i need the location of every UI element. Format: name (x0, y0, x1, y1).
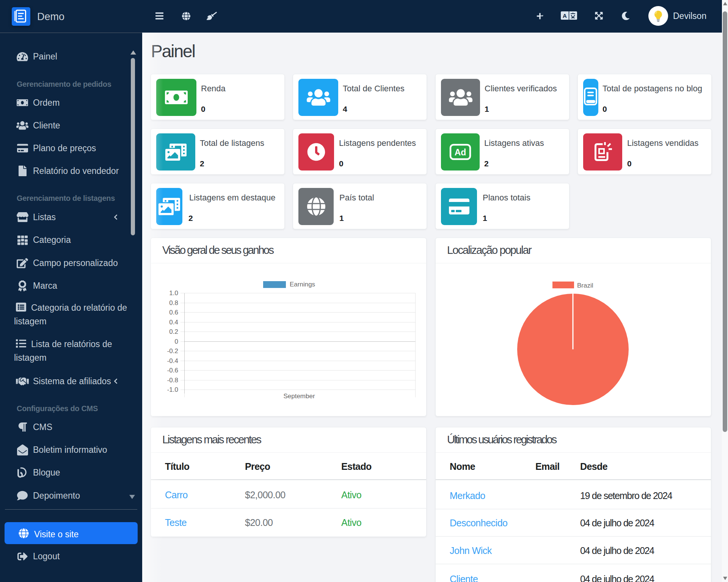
svg-text:-0.6: -0.6 (167, 367, 178, 374)
svg-text:-0.4: -0.4 (167, 357, 178, 365)
svg-text:0.6: 0.6 (169, 309, 178, 316)
svg-text:-1.0: -1.0 (167, 386, 178, 393)
svg-text:0.4: 0.4 (169, 319, 178, 326)
svg-text:Earnings: Earnings (290, 281, 315, 288)
svg-text:-0.8: -0.8 (167, 377, 178, 384)
svg-text:Brazil: Brazil (577, 282, 593, 289)
svg-text:Ad: Ad (455, 147, 466, 157)
svg-text:A: A (563, 13, 567, 19)
svg-text:September: September (283, 393, 315, 400)
svg-text:1.0: 1.0 (169, 289, 178, 297)
svg-text:-0.2: -0.2 (167, 347, 178, 355)
svg-text:0.2: 0.2 (169, 328, 178, 335)
svg-text:0: 0 (175, 338, 178, 345)
svg-text:0.8: 0.8 (169, 299, 178, 307)
